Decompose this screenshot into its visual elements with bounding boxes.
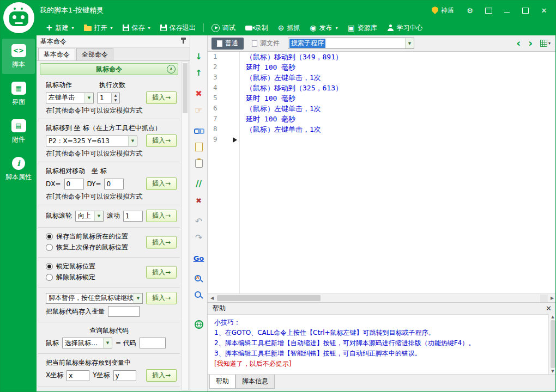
dx-input[interactable] <box>64 179 84 189</box>
tab-script-info[interactable]: 脚本信息 <box>235 375 275 389</box>
simulation-note: 在[其他命令]中可以设定模拟方式 <box>40 192 178 201</box>
scroll-down-icon[interactable]: ▼ <box>551 369 554 373</box>
move-down-icon[interactable]: ↓ <box>192 50 206 63</box>
uncomment-icon[interactable]: ✖ <box>192 194 206 207</box>
insert-button[interactable]: 插入→ <box>146 177 177 190</box>
x-var-input[interactable] <box>67 370 89 381</box>
code-line[interactable]: 6（鼠标）左键单击，1次 <box>208 103 556 114</box>
command-panel-scrollbar[interactable] <box>182 62 189 391</box>
settings-button[interactable]: ⚙ <box>462 3 478 17</box>
lock-position-radio[interactable] <box>46 263 53 270</box>
find-next-icon[interactable] <box>192 289 206 302</box>
find-icon[interactable]: A <box>192 272 206 285</box>
mouse-action-select[interactable]: 左键单击▼ <box>46 93 94 103</box>
delete-line-icon[interactable]: ✖ <box>192 87 206 100</box>
code-line[interactable]: 9 <box>208 134 556 145</box>
mouse-commands-section-header[interactable]: 鼠标命令 ∧ <box>40 63 178 75</box>
pin-icon[interactable] <box>183 40 184 44</box>
publish-button[interactable]: ◉ 发布 ▾ <box>305 21 342 34</box>
open-button[interactable]: 打开 ▾ <box>79 21 118 34</box>
goto-icon[interactable]: Go <box>192 252 206 265</box>
close-help-icon[interactable]: ✕ <box>546 304 552 313</box>
scrollbar-thumb[interactable] <box>217 295 321 301</box>
y-var-input[interactable] <box>113 370 136 381</box>
save-button[interactable]: 保存 ▾ <box>118 21 155 34</box>
code-line[interactable]: 7延时 100 毫秒 <box>208 114 556 124</box>
move-point-select[interactable]: P2 : X=325 Y=613▼ <box>46 136 137 146</box>
help-vertical-scrollbar[interactable]: ▲ ▼ <box>548 314 556 374</box>
paste-icon[interactable] <box>192 157 206 170</box>
save-exit-button[interactable]: 保存退出 <box>155 21 201 34</box>
new-button[interactable]: + 新建 ▾ <box>41 21 79 34</box>
exec-count-spinner[interactable]: ▲▼ <box>97 93 120 103</box>
wheel-count-input[interactable] <box>123 211 143 222</box>
hand-icon[interactable]: ☞ <box>192 103 206 117</box>
save-label: 保存 <box>132 23 145 33</box>
insert-button[interactable]: 插入→ <box>146 369 177 382</box>
tab-normal-view[interactable]: 普通 <box>211 38 244 50</box>
code-line[interactable]: 3（鼠标）左键单击，1次 <box>208 72 556 83</box>
sidebar-item-attachments[interactable]: ▤ 附件 <box>2 114 35 149</box>
scrollbar-thumb[interactable] <box>183 63 188 113</box>
maximize-button[interactable] <box>517 3 534 17</box>
record-button[interactable]: 录制 <box>240 21 273 34</box>
insert-button[interactable]: 插入→ <box>146 292 177 304</box>
library-button[interactable]: ▣ 资源库 <box>343 21 382 34</box>
new-page-icon[interactable] <box>192 140 206 154</box>
undo-icon[interactable]: ↶ <box>192 215 206 228</box>
spin-up-icon[interactable]: ▲ <box>112 93 119 98</box>
store-variable-input[interactable] <box>108 306 140 317</box>
code-line[interactable]: 8（鼠标）左键单击，1次 <box>208 124 556 134</box>
scroll-up-icon[interactable]: ▲ <box>551 315 554 319</box>
code-line[interactable]: 4（鼠标）移动到（325，613） <box>208 83 556 93</box>
wheel-direction-select[interactable]: 向上▼ <box>75 211 104 222</box>
insert-button[interactable]: 插入→ <box>146 91 177 104</box>
web-icon[interactable] <box>192 318 206 331</box>
tab-help[interactable]: 帮助 <box>209 375 235 389</box>
learn-center-button[interactable]: 学习中心 <box>382 21 428 34</box>
tab-basic-commands[interactable]: 基本命令 <box>38 48 75 60</box>
sidebar-item-ui[interactable]: ▦ 界面 <box>2 76 35 112</box>
spinner-arrows[interactable]: ▲▼ <box>111 93 119 103</box>
dy-input[interactable] <box>104 179 124 189</box>
collapse-icon[interactable]: ∧ <box>167 65 176 74</box>
grab-button[interactable]: ⊕ 抓抓 <box>273 21 305 34</box>
nav-back-icon[interactable]: ‹ <box>516 38 521 48</box>
insert-button[interactable]: 插入→ <box>146 210 177 222</box>
help-dismiss-link[interactable]: [我知道了，以后不必提示] <box>214 359 542 369</box>
move-up-icon[interactable]: ↑ <box>192 66 206 79</box>
insert-button[interactable]: 插入→ <box>146 134 177 147</box>
code-line[interactable]: 2延时 100 毫秒 <box>208 62 556 72</box>
code-editor[interactable]: 1（鼠标）移动到（349，891） 2延时 100 毫秒 3（鼠标）左键单击，1… <box>208 52 556 293</box>
unlock-position-radio[interactable] <box>46 274 53 281</box>
shield-badge[interactable]: 神盾 <box>426 6 460 15</box>
subroutine-search-combo[interactable]: 搜索子程序 ▼ <box>288 38 414 49</box>
insert-button[interactable]: 插入→ <box>146 236 177 249</box>
tab-source-view[interactable]: 源文件 <box>247 38 284 50</box>
comment-icon[interactable]: // <box>192 177 206 191</box>
debug-button[interactable]: 调试 <box>207 21 240 34</box>
tab-all-commands[interactable]: 全部命令 <box>76 48 113 60</box>
save-position-radio[interactable] <box>46 233 53 240</box>
layout-grid-button[interactable]: ▾ <box>540 40 551 47</box>
pause-mode-select[interactable]: 脚本暂停，按任意鼠标键继续▼ <box>46 293 143 304</box>
tray-button[interactable] <box>480 3 497 17</box>
sidebar-item-properties[interactable]: i 脚本属性 <box>2 151 35 187</box>
code-line[interactable]: 5延时 100 毫秒 <box>208 93 556 103</box>
redo-icon[interactable]: ↷ <box>192 231 206 244</box>
query-action-select[interactable]: 选择鼠标动作▼ <box>62 338 112 348</box>
code-line[interactable]: 1（鼠标）移动到（349，891） <box>208 52 556 62</box>
close-button[interactable]: ✕ <box>536 3 552 17</box>
code-result-input[interactable] <box>140 338 166 348</box>
link-subroutine-icon[interactable] <box>192 124 206 137</box>
scroll-left-icon[interactable]: ◀ <box>208 296 216 301</box>
restore-position-radio[interactable] <box>46 244 53 251</box>
spin-down-icon[interactable]: ▼ <box>112 98 119 103</box>
nav-forward-icon[interactable]: › <box>528 38 533 48</box>
horizontal-scrollbar[interactable]: ◀ ▶ <box>208 293 556 302</box>
insert-button[interactable]: 插入→ <box>146 266 177 279</box>
scrollbar-thumb[interactable] <box>551 320 555 368</box>
minimize-button[interactable] <box>499 3 515 17</box>
sidebar-item-script[interactable]: <> 脚本 <box>2 39 35 74</box>
scroll-right-icon[interactable]: ▶ <box>548 296 556 301</box>
